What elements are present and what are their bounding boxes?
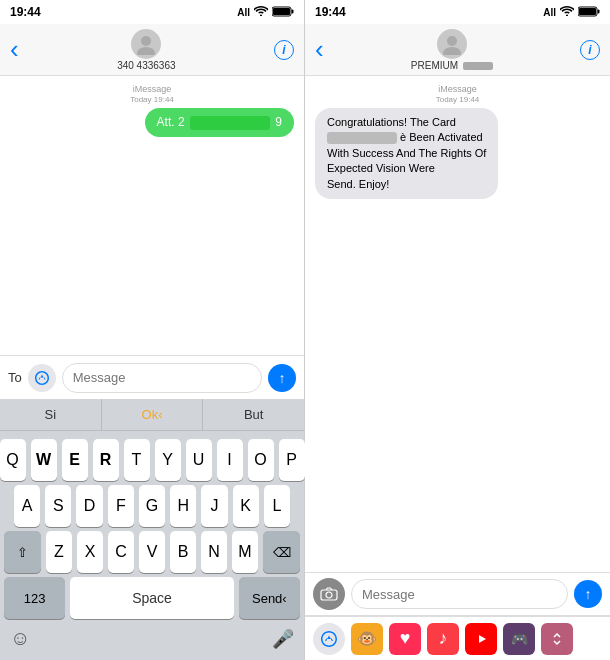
left-panel: 19:44 All ‹ 340 4336363 i iMessage Today… [0,0,305,660]
svg-rect-6 [579,8,596,15]
left-contact-info: 340 4336363 [19,29,274,71]
right-battery-icon [578,6,600,19]
key-shift[interactable]: ⇧ [4,531,41,573]
left-sent-blurred [190,116,270,130]
microphone-icon[interactable]: 🎤 [272,628,294,650]
right-status-icons: All [543,6,600,19]
right-music-icon[interactable]: ♪ [427,623,459,655]
key-d[interactable]: D [76,485,102,527]
key-x[interactable]: X [77,531,103,573]
right-signal-icon: All [543,7,556,18]
key-o[interactable]: O [248,439,274,481]
right-message-field[interactable] [351,579,568,609]
right-contact-name: PREMIUM [411,60,493,71]
left-sent-text-end: 9 [275,115,282,129]
right-info-button[interactable]: i [580,40,600,60]
left-message-label: iMessage Today 19:44 [10,84,294,104]
right-games-icon[interactable]: 🎮 [503,623,535,655]
key-v[interactable]: V [139,531,165,573]
left-message-field[interactable] [62,363,262,393]
right-monkey-icon[interactable]: 🐵 [351,623,383,655]
key-s[interactable]: S [45,485,71,527]
left-contact-avatar [131,29,161,59]
left-time: 19:44 [10,5,41,19]
key-backspace[interactable]: ⌫ [263,531,300,573]
key-q[interactable]: Q [0,439,26,481]
left-contact-number: 340 4336363 [117,60,175,71]
svg-rect-2 [292,9,294,13]
key-c[interactable]: C [108,531,134,573]
svg-rect-1 [273,8,290,15]
key-y[interactable]: Y [155,439,181,481]
left-back-button[interactable]: ‹ [10,34,19,65]
keyboard-bottom-bar: ☺ 🎤 [2,623,302,656]
right-camera-icon[interactable] [313,578,345,610]
key-e[interactable]: E [62,439,88,481]
key-w[interactable]: W [31,439,57,481]
left-sent-bubble: Att. 2 9 [145,108,294,137]
key-123[interactable]: 123 [4,577,65,619]
left-chat-header: ‹ 340 4336363 i [0,24,304,76]
right-more-icon[interactable] [541,623,573,655]
left-status-bar: 19:44 All [0,0,304,24]
right-received-bubble: Congratulations! The Card è Been Activat… [315,108,498,199]
key-n[interactable]: N [201,531,227,573]
left-info-button[interactable]: i [274,40,294,60]
left-message-input-area: To ↑ [0,355,304,399]
left-keyboard: Q W E R T Y U I O P A S D F G H J K L ⇧ … [0,431,304,660]
svg-point-4 [137,47,155,55]
right-chat-body: iMessage Today 19:44 Congratulations! Th… [305,76,610,572]
left-signal-icon: All [237,7,250,18]
right-appstore-icon[interactable] [313,623,345,655]
emoji-icon[interactable]: ☺ [10,627,30,650]
left-send-button[interactable]: ↑ [268,364,296,392]
right-heart-icon[interactable]: ♥ [389,623,421,655]
key-send[interactable]: Send‹ [239,577,300,619]
key-r[interactable]: R [93,439,119,481]
right-status-bar: 19:44 All [305,0,610,24]
right-message-label: iMessage Today 19:44 [315,84,600,104]
svg-point-14 [548,630,566,648]
keyboard-row-4: 123 Space Send‹ [4,577,300,619]
key-l[interactable]: L [264,485,290,527]
right-contact-avatar [437,29,467,59]
left-to-label: To [8,370,22,385]
svg-point-8 [447,36,457,46]
right-youtube-icon[interactable] [465,623,497,655]
left-chat-body: iMessage Today 19:44 Att. 2 9 [0,76,304,355]
key-g[interactable]: G [139,485,165,527]
svg-rect-7 [598,9,600,13]
left-appstore-icon[interactable] [28,364,56,392]
key-u[interactable]: U [186,439,212,481]
left-autocorrect-si[interactable]: Si [0,399,102,430]
right-wifi-icon [560,6,574,18]
key-t[interactable]: T [124,439,150,481]
key-p[interactable]: P [279,439,305,481]
key-j[interactable]: J [201,485,227,527]
key-m[interactable]: M [232,531,258,573]
left-sent-text-start: Att. 2 [157,115,185,129]
svg-point-9 [443,47,461,55]
key-b[interactable]: B [170,531,196,573]
left-autocorrect-but[interactable]: But [203,399,304,430]
left-status-icons: All [237,6,294,19]
left-autocorrect-ok[interactable]: Ok‹ [102,399,204,430]
left-autocorrect-bar: Si Ok‹ But [0,399,304,431]
keyboard-row-1: Q W E R T Y U I O P [4,439,300,481]
keyboard-row-3: ⇧ Z X C V B N M ⌫ [4,531,300,573]
key-f[interactable]: F [108,485,134,527]
svg-point-11 [326,592,332,598]
key-k[interactable]: K [233,485,259,527]
right-panel: 19:44 All ‹ PREMIUM i iMessage [305,0,610,660]
received-blurred-card [327,132,397,144]
key-i[interactable]: I [217,439,243,481]
left-battery-icon [272,6,294,19]
right-app-bar: 🐵 ♥ ♪ 🎮 [305,616,610,660]
key-a[interactable]: A [14,485,40,527]
key-h[interactable]: H [170,485,196,527]
right-contact-info: PREMIUM [324,29,580,71]
key-z[interactable]: Z [46,531,72,573]
key-space[interactable]: Space [70,577,233,619]
right-send-button[interactable]: ↑ [574,580,602,608]
right-back-button[interactable]: ‹ [315,34,324,65]
